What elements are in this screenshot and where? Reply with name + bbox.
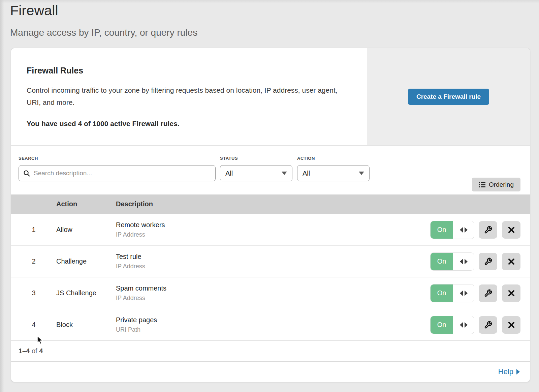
pagination-of: of [32, 347, 37, 355]
table-row: 2 Challenge Test rule IP Address On [11, 245, 530, 277]
search-filter-group: SEARCH [19, 156, 216, 194]
toggle-state-label: On [431, 221, 453, 239]
pagination-range: 1–4 [19, 347, 30, 355]
rule-controls: On [431, 284, 520, 302]
pagination-total: 4 [39, 347, 43, 355]
left-right-arrows-icon [453, 316, 474, 334]
description-column-header: Description [116, 200, 530, 208]
search-input[interactable] [34, 170, 211, 177]
rule-action: Block [56, 321, 116, 329]
left-right-arrows-icon [453, 284, 474, 302]
rule-match-type: IP Address [116, 231, 431, 238]
page-title: Firewall [10, 3, 539, 19]
filters-bar: SEARCH STATUS All ACTION All [11, 146, 530, 194]
status-filter-group: STATUS All [220, 156, 292, 194]
action-column-header: Action [56, 200, 116, 208]
left-right-arrows-icon [453, 253, 474, 270]
action-select[interactable]: All [297, 165, 370, 181]
caret-down-icon [282, 172, 287, 175]
arrow-right-icon [516, 369, 520, 374]
delete-rule-button[interactable] [502, 284, 520, 302]
table-header: Action Description [11, 194, 530, 214]
firewall-rules-card: Firewall Rules Control incoming traffic … [11, 48, 530, 382]
edit-rule-button[interactable] [479, 316, 497, 334]
table-row: 1 Allow Remote workers IP Address On [11, 214, 530, 245]
search-box[interactable] [19, 165, 216, 181]
rule-enabled-toggle[interactable]: On [431, 253, 474, 270]
card-footer: Help [11, 361, 530, 382]
rule-enabled-toggle[interactable]: On [431, 284, 474, 302]
rule-priority: 1 [11, 226, 56, 234]
table-row: 3 JS Challenge Spam comments IP Address … [11, 277, 530, 309]
rule-description: Private pages URI Path [116, 316, 431, 333]
ordering-wrap: Ordering [472, 156, 520, 194]
page-header: Firewall Manage access by IP, country, o… [0, 0, 539, 38]
wrench-icon [484, 289, 492, 297]
rules-usage-count: You have used 4 of 1000 active Firewall … [27, 120, 347, 128]
delete-rule-button[interactable] [502, 253, 520, 270]
delete-rule-button[interactable] [502, 316, 520, 334]
page-subtitle: Manage access by IP, country, or query r… [10, 27, 539, 38]
close-icon [508, 226, 515, 234]
rule-description: Spam comments IP Address [116, 284, 431, 302]
status-label: STATUS [220, 156, 292, 161]
delete-rule-button[interactable] [502, 221, 520, 239]
rule-action: Allow [56, 226, 116, 234]
create-rule-panel: Create a Firewall rule [367, 48, 530, 145]
rule-match-type: IP Address [116, 263, 431, 270]
spacer [292, 156, 297, 194]
ordered-list-icon [479, 182, 485, 188]
rule-description: Test rule IP Address [116, 253, 431, 270]
create-firewall-rule-button[interactable]: Create a Firewall rule [408, 89, 489, 105]
rule-enabled-toggle[interactable]: On [431, 221, 474, 239]
left-right-arrows-icon [453, 221, 474, 239]
ordering-button-label: Ordering [489, 181, 514, 188]
wrench-icon [484, 321, 492, 329]
close-icon [508, 290, 515, 297]
action-label: ACTION [297, 156, 370, 161]
rule-priority: 3 [11, 289, 56, 297]
edit-rule-button[interactable] [479, 284, 497, 302]
card-top-section: Firewall Rules Control incoming traffic … [11, 48, 530, 146]
search-label: SEARCH [19, 156, 216, 161]
search-icon [23, 170, 30, 177]
rule-description-text: Private pages [116, 316, 431, 324]
status-select[interactable]: All [220, 165, 292, 181]
rule-action: Challenge [56, 258, 116, 265]
wrench-icon [484, 226, 492, 234]
caret-down-icon [359, 172, 364, 175]
rule-controls: On [431, 316, 520, 334]
rules-intro: Firewall Rules Control incoming traffic … [11, 48, 367, 145]
action-filter-group: ACTION All [297, 156, 370, 194]
rules-heading: Firewall Rules [27, 66, 347, 76]
rule-match-type: IP Address [116, 295, 431, 302]
action-selected-value: All [303, 170, 310, 177]
toggle-state-label: On [431, 316, 453, 334]
help-link-label: Help [498, 367, 513, 376]
rule-description: Remote workers IP Address [116, 221, 431, 238]
rule-priority: 2 [11, 258, 56, 265]
rule-description-text: Remote workers [116, 221, 431, 229]
edit-rule-button[interactable] [479, 221, 497, 239]
toggle-state-label: On [431, 284, 453, 302]
pagination: 1–4 of 4 [11, 340, 530, 361]
rule-controls: On [431, 221, 520, 239]
close-icon [508, 258, 515, 265]
spacer [216, 156, 220, 194]
table-row: 4 Block Private pages URI Path On [11, 309, 530, 340]
rule-priority: 4 [11, 321, 56, 329]
close-icon [508, 321, 515, 329]
rule-enabled-toggle[interactable]: On [431, 316, 474, 334]
edit-rule-button[interactable] [479, 253, 497, 270]
help-link[interactable]: Help [498, 367, 520, 376]
rule-match-type: URI Path [116, 326, 431, 333]
wrench-icon [484, 258, 492, 266]
status-selected-value: All [225, 170, 233, 177]
rule-description-text: Test rule [116, 253, 431, 261]
toggle-state-label: On [431, 253, 453, 270]
rule-action: JS Challenge [56, 289, 116, 297]
rule-controls: On [431, 253, 520, 270]
ordering-button[interactable]: Ordering [472, 178, 520, 191]
rule-description-text: Spam comments [116, 284, 431, 292]
rules-description: Control incoming traffic to your zone by… [27, 84, 347, 109]
